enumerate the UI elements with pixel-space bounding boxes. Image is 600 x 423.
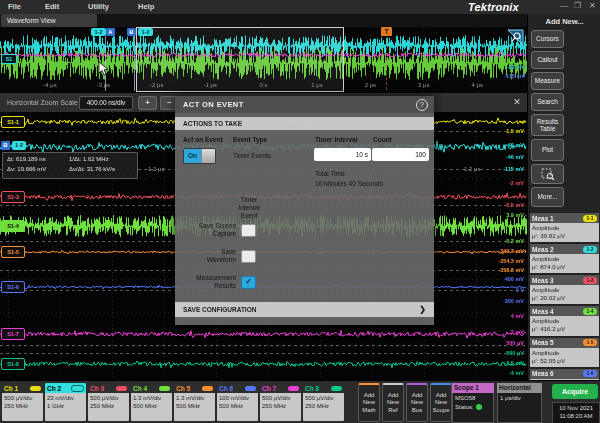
help-icon[interactable]: ? (416, 99, 428, 111)
cursor-a-marker[interactable]: A (106, 28, 115, 36)
channel-vdiv: 23 mV/div (47, 394, 84, 402)
date-text: 10 Nov 2021 (553, 404, 599, 412)
channel-3-badge[interactable]: Ch 3 500 μV/div250 MHz (88, 383, 129, 421)
meas-4-badge[interactable]: Meas 41-4 Amplitudeμ′: 416.2 μV (530, 306, 599, 335)
callout-button[interactable]: Callout (531, 51, 564, 69)
measurement-results-label: Measurement Results (179, 274, 236, 291)
channel-bandwidth: 250 MHz (262, 402, 299, 410)
act-on-event-toggle[interactable]: On (183, 148, 216, 164)
horizontal-name: Horizontal (497, 383, 542, 393)
add-new-row: Add New Math Add New Ref Add New Bus Add… (358, 383, 452, 422)
trigger-marker[interactable]: T (381, 27, 392, 36)
channel-5-badge[interactable]: Ch 5 1.3 mV/div500 MHz (174, 383, 215, 421)
slice-label-1-2[interactable]: 1-2 (12, 141, 26, 150)
add-new-ref-button[interactable]: Add New Ref (382, 383, 404, 422)
channel-vdiv: 500 μV/div (262, 394, 299, 402)
menu-file[interactable]: File (8, 0, 21, 14)
add-new-math-button[interactable]: Add New Math (358, 383, 380, 422)
meas-1-badge[interactable]: Meas 11-1 Amplitudeμ′: 39.82 μV (530, 213, 599, 242)
zoom-mode-icon[interactable] (504, 29, 524, 46)
cursor-b-source-badge[interactable]: 1-2 (138, 28, 153, 36)
maximize-icon[interactable]: ❐ (574, 1, 581, 10)
actions-to-take-header: ACTIONS TO TAKE (175, 117, 434, 130)
zoom-selection-button[interactable] (531, 164, 564, 184)
channel-6-badge[interactable]: Ch 6 100 mV/div500 MHz (217, 383, 258, 421)
event-type-value[interactable]: Timer Events (233, 152, 271, 159)
count-input[interactable]: 100 (372, 148, 429, 161)
cursor-b-marker[interactable]: B (127, 28, 136, 36)
toggle-on-label: On (184, 149, 201, 163)
channel-bandwidth: 500 MHz (219, 402, 256, 410)
add-new-scope-button[interactable]: Add New Scope (430, 383, 452, 422)
menu-edit[interactable]: Edit (45, 0, 59, 14)
search-button[interactable]: Search (531, 93, 564, 111)
measurement-results-checkbox[interactable]: ✓ (241, 276, 256, 289)
overview-time-label: -4 μs (37, 82, 63, 88)
cursors-button[interactable]: Cursors (531, 30, 564, 48)
channel-name: Ch 2 (47, 385, 71, 392)
channel-1-badge[interactable]: Ch 1 500 μV/div250 MHz (2, 383, 43, 421)
timer-interval-input[interactable]: 10 s (314, 148, 371, 161)
cursor-b-marker[interactable]: B (1, 141, 10, 150)
time-text: 11:08:20 AM (553, 412, 599, 420)
save-screen-capture-checkbox[interactable] (241, 224, 256, 237)
horizontal-badge[interactable]: Horizontal 1 μs/div (497, 383, 542, 423)
menu-help[interactable]: Help (138, 0, 154, 14)
slice-label-S1-6[interactable]: S1-6 (1, 281, 25, 293)
slice-label-S1-3[interactable]: S1-3 (1, 191, 25, 203)
channel-2-badge[interactable]: Ch 2 23 mV/div1 GHz (45, 383, 86, 421)
meas-2-badge[interactable]: Meas 21-2 Amplitudeμ′: 874.0 μV (530, 244, 599, 273)
slice-label-S1-5[interactable]: S1-5 (1, 246, 25, 258)
horizontal-zoom-scale-value[interactable]: 400.00 ns/div (79, 96, 133, 110)
scope-1-badge[interactable]: Scope 1 MSO58 Status: (452, 383, 494, 423)
channel-mini-badge (288, 386, 299, 391)
meas-3-badge[interactable]: Meas 31-3 Amplitudeμ′: 20.02 μV (530, 275, 599, 304)
slice-label-S1-4[interactable]: S1-4 (1, 220, 25, 232)
channel-name: Ch 4 (133, 385, 159, 392)
channel-7-badge[interactable]: Ch 7 500 μV/div250 MHz (260, 383, 301, 421)
dialog-title[interactable]: ACT ON EVENT (175, 96, 434, 113)
zoom-selection-icon (541, 168, 555, 180)
channel-4-badge[interactable]: Ch 4 1.3 mV/div500 MHz (131, 383, 172, 421)
tab-waveform-view[interactable]: Waveform View (1, 14, 97, 27)
results-table-button[interactable]: Results Table (531, 114, 564, 136)
meas-source-badge: 1-1 (583, 215, 597, 222)
status-ok-dot (476, 404, 482, 410)
cursor-a-source-badge[interactable]: 1-2 (91, 28, 106, 36)
channel-vdiv: 500 μV/div (4, 394, 41, 402)
close-zoom-view-button[interactable]: ✕ (510, 96, 524, 109)
slice-label-S1-8[interactable]: S1-8 (1, 358, 25, 370)
meas-source-badge: 1-4 (583, 308, 597, 315)
meas-type: Amplitude (532, 286, 597, 294)
act-on-event-dialog: ACT ON EVENT ? ACTIONS TO TAKE Act on Ev… (175, 96, 434, 325)
acquire-button[interactable]: Acquire (552, 384, 598, 399)
scope-status-label: Status: (455, 404, 474, 410)
measure-button[interactable]: Measure (531, 72, 564, 90)
meas-5-badge[interactable]: Meas 51-5 Amplitudeμ′: 52.05 μV (530, 338, 599, 367)
waveform-overview[interactable]: 1-2 A B 1-2 T S1 -4 μs-3 μs-2 μs-1 μs0 s… (0, 27, 527, 94)
slice-label-S1-1[interactable]: S1-1 (1, 116, 25, 128)
scale-label: 500 μV (506, 341, 524, 347)
act-on-event-label: Act on Event (183, 136, 223, 143)
channel-mini-badge (30, 386, 41, 391)
plot-button[interactable]: Plot (531, 139, 564, 161)
close-icon[interactable]: ✕ (589, 1, 596, 10)
cursor-b-line[interactable] (134, 36, 135, 91)
save-configuration-button[interactable]: SAVE CONFIGURATION ❯ (175, 302, 434, 317)
meas-source-badge: 1-5 (583, 339, 597, 346)
channel-8-badge[interactable]: Ch 8 500 μV/div250 MHz (303, 383, 344, 421)
channel-name: Ch 1 (4, 385, 30, 392)
menu-utility[interactable]: Utility (88, 0, 109, 14)
slice-label-S1-7[interactable]: S1-7 (1, 328, 25, 340)
minimize-icon[interactable]: — (560, 1, 568, 10)
channel-bandwidth: 500 MHz (176, 402, 213, 410)
panel-resize-handle[interactable]: ⋮⋮ (521, 213, 537, 224)
more-button[interactable]: More... (531, 187, 564, 207)
add-new-bus-button[interactable]: Add New Bus (406, 383, 428, 422)
timer-interval-label: Timer Interval (315, 136, 358, 143)
save-waveform-checkbox[interactable] (241, 250, 256, 263)
save-screen-capture-label: Save Screen Capture (179, 222, 236, 239)
scale-label: 0 V (516, 288, 524, 294)
overview-source-badge[interactable]: S1 (1, 54, 17, 64)
zoom-scale-increase-button[interactable]: + (138, 96, 157, 110)
